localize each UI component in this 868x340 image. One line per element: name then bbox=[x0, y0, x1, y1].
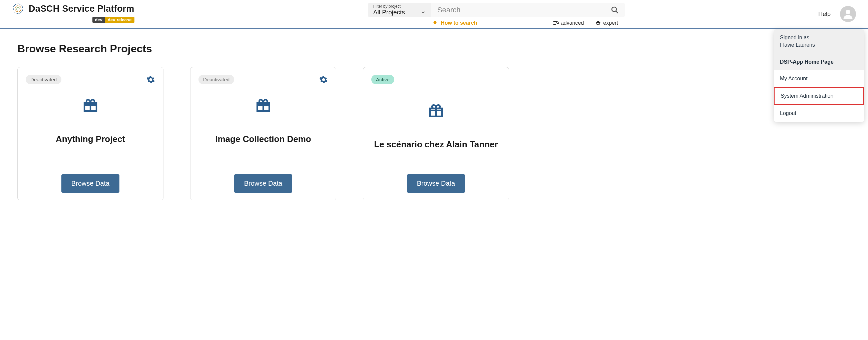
status-badge: Active bbox=[371, 75, 394, 84]
filter-label: Filter by project bbox=[373, 4, 426, 9]
card-header: Deactivated bbox=[198, 75, 328, 84]
version-badges: dev dev-release bbox=[92, 17, 134, 23]
browse-data-button[interactable]: Browse Data bbox=[61, 174, 120, 193]
status-badge: Deactivated bbox=[26, 75, 61, 84]
expert-icon bbox=[595, 20, 601, 26]
search-box bbox=[431, 3, 625, 17]
app-header: DaSCH Service Platform dev dev-release F… bbox=[0, 0, 868, 29]
project-filter-dropdown[interactable]: Filter by project All Projects bbox=[368, 3, 431, 17]
advanced-label: advanced bbox=[561, 20, 584, 26]
svg-point-5 bbox=[557, 22, 558, 23]
header-right: Help bbox=[818, 3, 856, 22]
user-menu-dropdown: Signed in as Flavie Laurens DSP-App Home… bbox=[774, 29, 864, 122]
card-header: Active bbox=[371, 75, 501, 84]
menu-item-sysadmin[interactable]: System Administration bbox=[774, 87, 864, 105]
svg-line-6 bbox=[558, 23, 559, 24]
menu-item-logout[interactable]: Logout bbox=[774, 105, 864, 122]
logo-block: DaSCH Service Platform dev dev-release bbox=[12, 3, 134, 23]
gift-icon bbox=[83, 98, 98, 114]
logo-row[interactable]: DaSCH Service Platform bbox=[12, 3, 134, 15]
search-center: Filter by project All Projects How to se… bbox=[175, 3, 818, 26]
page-title: Browse Research Projects bbox=[17, 43, 851, 55]
expert-label: expert bbox=[603, 20, 618, 26]
svg-line-4 bbox=[616, 11, 618, 13]
user-avatar-button[interactable] bbox=[840, 6, 856, 22]
card-header: Deactivated bbox=[26, 75, 155, 84]
filter-value: All Projects bbox=[373, 9, 405, 16]
search-hint-row: How to search advanced expert bbox=[368, 20, 625, 26]
svg-point-1 bbox=[15, 6, 21, 12]
project-cards: Deactivated Anything Project Browse Data… bbox=[17, 67, 851, 200]
signed-in-label: Signed in as bbox=[780, 34, 858, 41]
page-main: Browse Research Projects Deactivated Any… bbox=[0, 29, 868, 214]
how-to-search-link[interactable]: How to search bbox=[441, 20, 477, 26]
chevron-down-icon bbox=[421, 10, 426, 15]
status-badge: Deactivated bbox=[198, 75, 234, 84]
menu-item-home[interactable]: DSP-App Home Page bbox=[774, 54, 864, 70]
project-card: Deactivated Anything Project Browse Data bbox=[17, 67, 163, 200]
advanced-search-link[interactable]: advanced bbox=[553, 20, 584, 26]
search-input[interactable] bbox=[437, 6, 611, 14]
search-row: Filter by project All Projects bbox=[368, 3, 625, 17]
gear-icon[interactable] bbox=[319, 75, 328, 84]
browse-data-button[interactable]: Browse Data bbox=[407, 174, 465, 193]
project-card: Deactivated Image Collection Demo Browse… bbox=[190, 67, 336, 200]
user-name: Flavie Laurens bbox=[780, 41, 858, 49]
svg-point-7 bbox=[846, 10, 850, 14]
user-menu-header: Signed in as Flavie Laurens bbox=[774, 29, 864, 54]
gift-icon bbox=[255, 98, 271, 114]
filter-value-row: All Projects bbox=[373, 9, 426, 16]
badge-dev: dev bbox=[92, 17, 105, 23]
browse-data-button[interactable]: Browse Data bbox=[234, 174, 292, 193]
gift-icon bbox=[428, 103, 444, 119]
project-title: Le scénario chez Alain Tanner bbox=[374, 139, 498, 150]
lightbulb-icon bbox=[432, 20, 438, 26]
project-card: Active Le scénario chez Alain Tanner Bro… bbox=[363, 67, 509, 200]
gear-icon[interactable] bbox=[147, 75, 155, 84]
project-title: Anything Project bbox=[56, 134, 125, 145]
advanced-search-icon bbox=[553, 20, 559, 26]
app-logo-icon bbox=[12, 3, 24, 15]
search-icon[interactable] bbox=[611, 6, 619, 14]
how-to-search-hint: How to search bbox=[368, 20, 541, 26]
badge-release: dev-release bbox=[105, 17, 134, 23]
platform-title: DaSCH Service Platform bbox=[29, 4, 134, 14]
svg-point-2 bbox=[17, 7, 20, 10]
help-link[interactable]: Help bbox=[818, 11, 831, 18]
avatar-icon bbox=[842, 8, 854, 20]
menu-item-account[interactable]: My Account bbox=[774, 70, 864, 87]
project-title: Image Collection Demo bbox=[215, 134, 311, 145]
svg-point-0 bbox=[13, 4, 23, 14]
expert-search-link[interactable]: expert bbox=[595, 20, 618, 26]
